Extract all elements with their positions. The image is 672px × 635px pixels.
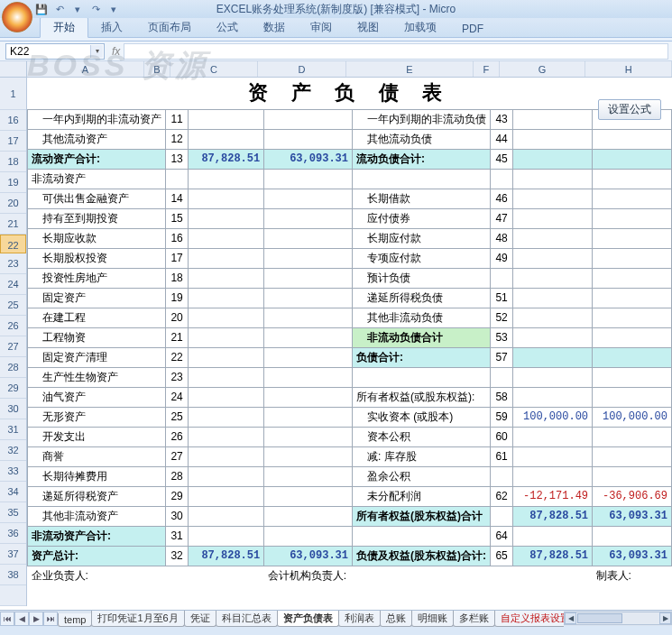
cell-liab-begin[interactable] <box>593 228 672 248</box>
cell-asset-end[interactable] <box>189 129 264 149</box>
cell-asset-row[interactable]: 12 <box>166 129 189 149</box>
cell-asset-end[interactable] <box>189 208 264 228</box>
sheet-tab-自定义报表设置演示[interactable]: 自定义报表设置演示 <box>494 611 564 627</box>
col-header-G[interactable]: G <box>500 61 586 77</box>
cell-liab-end[interactable] <box>513 149 593 169</box>
row-header-[interactable] <box>0 585 26 606</box>
cell-liab-row[interactable]: 58 <box>490 387 512 407</box>
cell-liab-begin[interactable]: 63,093.31 <box>593 546 672 566</box>
cell-asset-begin[interactable] <box>264 427 353 446</box>
cell-liab-row[interactable]: 64 <box>490 526 512 546</box>
cell-asset-begin[interactable]: 63,093.31 <box>264 149 353 169</box>
cell-asset-name[interactable]: 长期股权投资 <box>28 248 166 268</box>
cell-asset-begin[interactable] <box>264 486 353 506</box>
cell-liab-end[interactable] <box>513 208 593 228</box>
row-header-23[interactable]: 23 <box>0 253 26 274</box>
cell-liab-name[interactable]: 非流动负债合计 <box>352 327 490 347</box>
sheet-tab-打印凭证1月至6月[interactable]: 打印凭证1月至6月 <box>91 611 184 627</box>
ribbon-tab-PDF[interactable]: PDF <box>449 20 496 37</box>
cell-asset-row[interactable]: 20 <box>166 308 189 327</box>
cell-liab-name[interactable] <box>352 526 490 546</box>
row-header-16[interactable]: 16 <box>0 110 26 131</box>
tab-nav-first-icon[interactable]: ⏮ <box>0 612 14 626</box>
undo-dropdown-icon[interactable]: ▾ <box>70 2 85 16</box>
cell-liab-row[interactable]: 52 <box>490 308 512 327</box>
cell-liab-end[interactable] <box>513 248 593 268</box>
cell-asset-row[interactable]: 19 <box>166 288 189 308</box>
row-header-28[interactable]: 28 <box>0 357 26 378</box>
cell-asset-end[interactable] <box>189 367 264 387</box>
cell-liab-row[interactable]: 48 <box>490 228 512 248</box>
cell-asset-name[interactable]: 开发支出 <box>28 427 166 446</box>
cell-asset-name[interactable]: 商誉 <box>28 446 166 466</box>
cell-liab-name[interactable]: 递延所得税负债 <box>352 288 490 308</box>
office-button[interactable] <box>2 2 32 32</box>
row-headers[interactable]: 1161718192021222324252627282930313233343… <box>0 78 27 606</box>
column-headers[interactable]: ABCDEFGH <box>27 61 672 78</box>
cell-asset-end[interactable] <box>189 526 264 546</box>
cell-liab-end[interactable] <box>513 308 593 327</box>
cell-liab-row[interactable]: 51 <box>490 288 512 308</box>
cell-liab-begin[interactable] <box>593 387 672 407</box>
cell-liab-name[interactable]: 一年内到期的非流动负债 <box>352 109 490 129</box>
cell-asset-name[interactable]: 长期应收款 <box>28 228 166 248</box>
cell-asset-begin[interactable] <box>264 189 353 208</box>
cell-liab-end[interactable] <box>513 387 593 407</box>
cell-asset-end[interactable] <box>189 407 264 427</box>
cell-liab-end[interactable]: -12,171.49 <box>513 486 593 506</box>
row-header-20[interactable]: 20 <box>0 193 26 214</box>
cell-liab-name[interactable]: 预计负债 <box>352 268 490 288</box>
row-header-32[interactable]: 32 <box>0 440 26 461</box>
cell-asset-name[interactable]: 工程物资 <box>28 327 166 347</box>
cell-asset-name[interactable]: 可供出售金融资产 <box>28 189 166 208</box>
tab-nav-next-icon[interactable]: ▶ <box>29 612 43 626</box>
cell-liab-end[interactable] <box>513 466 593 486</box>
cell-liab-name[interactable]: 所有者权益(或股东权益): <box>352 387 490 407</box>
col-header-F[interactable]: F <box>474 61 500 77</box>
cell-liab-end[interactable] <box>513 446 593 466</box>
cell-asset-begin[interactable] <box>264 109 353 129</box>
cell-liab-end[interactable] <box>513 109 593 129</box>
cell-asset-end[interactable] <box>189 288 264 308</box>
cell-asset-name[interactable]: 非流动资产 <box>28 169 166 189</box>
col-header-D[interactable]: D <box>258 61 346 77</box>
cell-asset-begin[interactable] <box>264 526 353 546</box>
cell-asset-row[interactable]: 32 <box>166 546 189 566</box>
cell-liab-row[interactable]: 61 <box>490 446 512 466</box>
cell-asset-row[interactable]: 22 <box>166 347 189 367</box>
sheet-tab-多栏账[interactable]: 多栏账 <box>453 611 495 627</box>
cell-liab-row[interactable]: 65 <box>490 546 512 566</box>
cell-asset-end[interactable] <box>189 109 264 129</box>
row-header-27[interactable]: 27 <box>0 336 26 357</box>
cell-asset-begin[interactable] <box>264 129 353 149</box>
ribbon-tab-加载项[interactable]: 加载项 <box>391 17 449 37</box>
cell-liab-name[interactable]: 实收资本 (或股本) <box>352 407 490 427</box>
cell-liab-begin[interactable] <box>593 526 672 546</box>
cell-liab-row[interactable]: 47 <box>490 208 512 228</box>
cell-asset-end[interactable] <box>189 327 264 347</box>
row-header-21[interactable]: 21 <box>0 214 26 235</box>
cell-asset-name[interactable]: 其他流动资产 <box>28 129 166 149</box>
sheet-tab-总账[interactable]: 总账 <box>380 611 412 627</box>
ribbon-tab-数据[interactable]: 数据 <box>251 17 298 37</box>
scroll-right-icon[interactable]: ▶ <box>659 612 671 624</box>
cell-liab-begin[interactable] <box>593 248 672 268</box>
row-header-1[interactable]: 1 <box>0 78 26 110</box>
cell-asset-row[interactable]: 23 <box>166 367 189 387</box>
cell-liab-begin[interactable] <box>593 288 672 308</box>
col-header-B[interactable]: B <box>144 61 170 77</box>
cell-asset-row[interactable]: 14 <box>166 189 189 208</box>
cell-asset-name[interactable]: 资产总计: <box>28 546 166 566</box>
cell-asset-begin[interactable] <box>264 248 353 268</box>
sheet-tab-temp[interactable]: temp <box>58 613 92 627</box>
row-header-17[interactable]: 17 <box>0 131 26 152</box>
cell-liab-name[interactable]: 其他流动负债 <box>352 129 490 149</box>
cell-liab-end[interactable] <box>513 169 593 189</box>
sheet-tab-科目汇总表[interactable]: 科目汇总表 <box>216 611 278 627</box>
cell-liab-end[interactable] <box>513 288 593 308</box>
row-header-38[interactable]: 38 <box>0 565 26 585</box>
cell-asset-begin[interactable] <box>264 466 353 486</box>
cell-liab-begin[interactable] <box>593 208 672 228</box>
cell-liab-end[interactable] <box>513 427 593 446</box>
row-header-30[interactable]: 30 <box>0 399 26 419</box>
